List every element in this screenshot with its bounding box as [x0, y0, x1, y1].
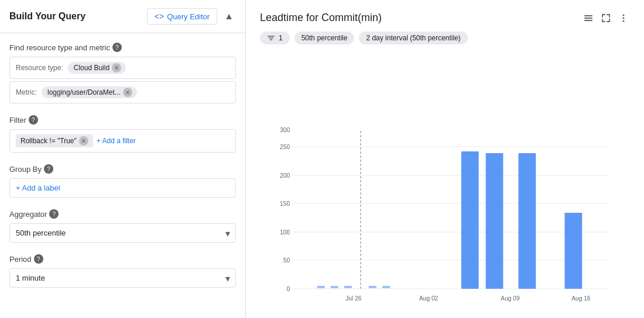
collapse-button[interactable]: ▲: [222, 10, 236, 23]
svg-rect-28: [461, 151, 479, 289]
group-by-label: Group By ?: [9, 164, 236, 174]
aggregator-select-wrapper: 50th percentile mean sum min max 99th pe…: [9, 223, 236, 243]
chart-actions: [582, 12, 630, 25]
svg-text:300: 300: [280, 126, 290, 133]
svg-rect-23: [317, 286, 325, 288]
resource-type-close-icon[interactable]: ×: [112, 63, 121, 72]
add-label-row[interactable]: + Add a label: [9, 178, 236, 198]
chart-title: Leadtime for Commit(min): [260, 12, 382, 24]
svg-rect-31: [564, 213, 582, 289]
collapse-icon: ▲: [224, 11, 234, 21]
svg-rect-0: [584, 15, 592, 16]
metric-value: logging/user/DoraMet...: [47, 88, 121, 96]
resource-section: Find resource type and metric ? Resource…: [9, 43, 236, 103]
resource-type-chip: Cloud Build ×: [68, 62, 126, 74]
right-panel: Leadtime for Commit(min) 1 50th percenti…: [246, 0, 644, 318]
header-actions: <> Query Editor ▲: [147, 8, 236, 25]
metric-chip: logging/user/DoraMet... ×: [42, 87, 137, 98]
resource-type-value: Cloud Build: [74, 64, 109, 72]
chart-filter-chip-2[interactable]: 2 day interval (50th percentile): [359, 32, 467, 44]
svg-text:250: 250: [280, 143, 290, 150]
svg-rect-27: [382, 286, 390, 288]
svg-point-5: [623, 20, 625, 22]
chart-filter-label-0: 1: [279, 34, 283, 42]
chart-svg-wrapper: 0 50 100 150 200 250 300: [260, 119, 630, 306]
svg-rect-1: [584, 18, 592, 19]
chart-fullscreen-icon[interactable]: [600, 12, 612, 25]
panel-content: Find resource type and metric ? Resource…: [0, 33, 245, 297]
svg-point-4: [623, 18, 625, 19]
aggregator-label: Aggregator ?: [9, 209, 236, 219]
chart-filter-chip-1[interactable]: 50th percentile: [294, 32, 355, 44]
chart-list-icon[interactable]: [582, 12, 595, 25]
group-by-section: Group By ? + Add a label: [9, 164, 236, 198]
panel-title: Build Your Query: [9, 11, 85, 22]
filter-close-icon[interactable]: ×: [79, 136, 88, 146]
aggregator-select[interactable]: 50th percentile mean sum min max 99th pe…: [9, 223, 236, 243]
metric-label: Metric:: [16, 88, 37, 96]
svg-rect-24: [331, 286, 338, 288]
svg-text:50: 50: [283, 257, 290, 264]
chart-header: Leadtime for Commit(min): [260, 12, 630, 25]
svg-text:0: 0: [286, 285, 290, 292]
period-section: Period ? 1 minute 5 minutes 10 minutes 1…: [9, 254, 236, 288]
svg-point-3: [623, 15, 625, 16]
code-icon: <>: [155, 12, 164, 21]
panel-header: Build Your Query <> Query Editor ▲: [0, 0, 245, 33]
resource-type-label: Resource type:: [16, 64, 63, 72]
period-select-wrapper: 1 minute 5 minutes 10 minutes 1 hour 1 d…: [9, 268, 236, 288]
aggregator-help-icon[interactable]: ?: [49, 209, 59, 219]
resource-section-label: Find resource type and metric ?: [9, 43, 236, 52]
chart-filters: 1 50th percentile 2 day interval (50th p…: [260, 32, 630, 44]
period-label: Period ?: [9, 254, 236, 264]
svg-text:Aug 09: Aug 09: [501, 295, 519, 302]
filter-section-label: Filter ?: [9, 115, 236, 125]
period-help-icon[interactable]: ?: [34, 254, 43, 264]
svg-rect-30: [518, 153, 536, 289]
svg-text:150: 150: [280, 200, 290, 207]
aggregator-section: Aggregator ? 50th percentile mean sum mi…: [9, 209, 236, 243]
filter-help-icon[interactable]: ?: [29, 115, 38, 125]
chart-filter-label-2: 2 day interval (50th percentile): [366, 34, 460, 42]
group-by-help-icon[interactable]: ?: [44, 164, 53, 174]
period-select[interactable]: 1 minute 5 minutes 10 minutes 1 hour 1 d…: [9, 268, 236, 288]
chart-filter-label-1: 50th percentile: [302, 34, 348, 42]
add-label-text[interactable]: + Add a label: [16, 184, 60, 192]
chart-filter-chip-0[interactable]: 1: [260, 32, 290, 44]
metric-row: Metric: logging/user/DoraMet... ×: [9, 81, 236, 103]
svg-text:200: 200: [280, 172, 290, 179]
svg-rect-29: [486, 153, 503, 289]
chart-area: 0 50 100 150 200 250 300: [260, 54, 630, 306]
filter-row: Rollback != "True" × + Add a filter: [9, 129, 236, 153]
metric-close-icon[interactable]: ×: [123, 88, 132, 97]
svg-rect-26: [369, 286, 376, 288]
chart-more-icon[interactable]: [617, 12, 630, 25]
svg-text:Aug 02: Aug 02: [419, 295, 438, 302]
chart-svg: 0 50 100 150 200 250 300: [260, 119, 630, 306]
query-editor-button[interactable]: <> Query Editor: [147, 8, 217, 25]
left-panel: Build Your Query <> Query Editor ▲ Find …: [0, 0, 246, 318]
resource-help-icon[interactable]: ?: [112, 43, 122, 52]
svg-text:Aug 16: Aug 16: [571, 295, 590, 302]
svg-text:100: 100: [280, 229, 290, 236]
query-editor-label: Query Editor: [167, 12, 210, 21]
svg-rect-2: [584, 20, 592, 21]
filter-section: Filter ? Rollback != "True" × + Add a fi…: [9, 115, 236, 153]
svg-rect-25: [344, 286, 352, 288]
filter-value: Rollback != "True": [20, 137, 77, 145]
filter-chip: Rollback != "True" ×: [16, 134, 93, 147]
resource-type-row: Resource type: Cloud Build ×: [9, 57, 236, 79]
svg-text:Jul 26: Jul 26: [345, 295, 361, 302]
add-filter-link[interactable]: + Add a filter: [97, 137, 136, 145]
